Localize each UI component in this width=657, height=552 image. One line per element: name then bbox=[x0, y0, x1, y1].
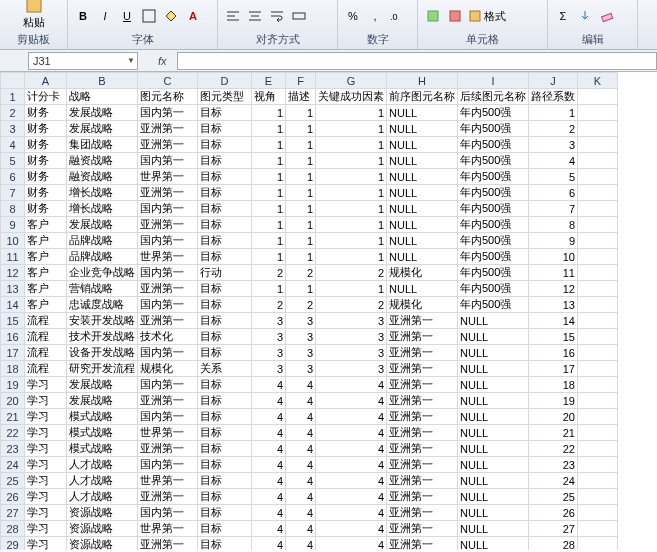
cell[interactable]: NULL bbox=[387, 185, 458, 201]
cell[interactable]: 财务 bbox=[25, 169, 67, 185]
cell[interactable] bbox=[578, 345, 618, 361]
cell[interactable]: 4 bbox=[252, 505, 286, 521]
cell[interactable]: 13 bbox=[529, 297, 578, 313]
cell[interactable]: 目标 bbox=[198, 537, 252, 551]
cell[interactable]: 亚洲第一 bbox=[387, 489, 458, 505]
cell[interactable]: 资源战略 bbox=[67, 537, 138, 551]
cell[interactable]: 国内第一 bbox=[138, 377, 198, 393]
clear-button[interactable] bbox=[598, 7, 616, 25]
cell[interactable]: 1 bbox=[252, 185, 286, 201]
cell[interactable]: 目标 bbox=[198, 137, 252, 153]
cell[interactable]: 学习 bbox=[25, 441, 67, 457]
cell[interactable]: 国内第一 bbox=[138, 265, 198, 281]
cell[interactable]: 学习 bbox=[25, 489, 67, 505]
cell[interactable]: 人才战略 bbox=[67, 489, 138, 505]
cell[interactable]: NULL bbox=[458, 393, 529, 409]
cell[interactable]: 4 bbox=[286, 409, 316, 425]
cell[interactable]: 规模化 bbox=[387, 265, 458, 281]
cell[interactable]: 前序图元名称 bbox=[387, 89, 458, 105]
merge-button[interactable] bbox=[290, 7, 308, 25]
cell[interactable]: 目标 bbox=[198, 377, 252, 393]
cell[interactable] bbox=[578, 441, 618, 457]
cell[interactable]: 国内第一 bbox=[138, 505, 198, 521]
cell[interactable]: 年内500强 bbox=[458, 233, 529, 249]
column-header[interactable]: A bbox=[25, 73, 67, 89]
row-header[interactable]: 7 bbox=[1, 185, 25, 201]
fx-label[interactable]: fx bbox=[158, 55, 167, 67]
cell[interactable]: 4 bbox=[316, 409, 387, 425]
cell[interactable]: 1 bbox=[286, 217, 316, 233]
row-header[interactable]: 20 bbox=[1, 393, 25, 409]
cell[interactable]: 16 bbox=[529, 345, 578, 361]
row-header[interactable]: 8 bbox=[1, 201, 25, 217]
cell[interactable]: 亚洲第一 bbox=[387, 537, 458, 551]
cell[interactable]: 亚洲第一 bbox=[387, 457, 458, 473]
cell[interactable]: 3 bbox=[316, 329, 387, 345]
cell[interactable]: 亚洲第一 bbox=[387, 345, 458, 361]
cell[interactable] bbox=[578, 281, 618, 297]
cell[interactable]: 年内500强 bbox=[458, 249, 529, 265]
cell[interactable]: 学习 bbox=[25, 393, 67, 409]
cell[interactable]: NULL bbox=[458, 521, 529, 537]
cell[interactable]: 1 bbox=[252, 121, 286, 137]
cell[interactable]: 亚洲第一 bbox=[387, 409, 458, 425]
cell[interactable]: 1 bbox=[252, 201, 286, 217]
paste-button[interactable]: 粘贴 bbox=[6, 0, 61, 30]
cell[interactable]: 学习 bbox=[25, 473, 67, 489]
fill-button[interactable] bbox=[576, 7, 594, 25]
cell[interactable]: 客户 bbox=[25, 217, 67, 233]
cell[interactable]: 4 bbox=[252, 457, 286, 473]
cell[interactable]: 品牌战略 bbox=[67, 249, 138, 265]
cell[interactable]: 世界第一 bbox=[138, 169, 198, 185]
cell[interactable]: 4 bbox=[286, 377, 316, 393]
cell[interactable]: NULL bbox=[387, 201, 458, 217]
row-header[interactable]: 2 bbox=[1, 105, 25, 121]
cell[interactable]: 17 bbox=[529, 361, 578, 377]
cell[interactable]: 4 bbox=[316, 537, 387, 551]
cell[interactable]: 目标 bbox=[198, 121, 252, 137]
italic-button[interactable]: I bbox=[96, 7, 114, 25]
cell[interactable]: 3 bbox=[252, 345, 286, 361]
cell[interactable]: 模式战略 bbox=[67, 409, 138, 425]
cell[interactable]: 3 bbox=[286, 345, 316, 361]
cell[interactable]: NULL bbox=[458, 329, 529, 345]
cell[interactable]: 10 bbox=[529, 249, 578, 265]
cell[interactable]: 客户 bbox=[25, 265, 67, 281]
cell[interactable]: 年内500强 bbox=[458, 201, 529, 217]
cell[interactable] bbox=[578, 153, 618, 169]
row-header[interactable]: 4 bbox=[1, 137, 25, 153]
cell[interactable]: 2 bbox=[316, 265, 387, 281]
column-header[interactable]: H bbox=[387, 73, 458, 89]
cell[interactable]: 6 bbox=[529, 185, 578, 201]
cell[interactable] bbox=[578, 217, 618, 233]
spreadsheet-grid[interactable]: ABCDEFGHIJK1计分卡战略图元名称图元类型视角描述关键成功因素前序图元名… bbox=[0, 72, 657, 550]
cell[interactable]: 4 bbox=[286, 457, 316, 473]
cell[interactable]: 4 bbox=[286, 425, 316, 441]
cell[interactable]: 学习 bbox=[25, 521, 67, 537]
decrease-decimal-button[interactable]: .0 bbox=[388, 7, 406, 25]
cell[interactable]: 亚洲第一 bbox=[138, 185, 198, 201]
cell[interactable]: 4 bbox=[316, 457, 387, 473]
cell[interactable]: 1 bbox=[252, 281, 286, 297]
cell[interactable]: 亚洲第一 bbox=[138, 281, 198, 297]
row-header[interactable]: 10 bbox=[1, 233, 25, 249]
row-header[interactable]: 17 bbox=[1, 345, 25, 361]
cell[interactable]: 7 bbox=[529, 201, 578, 217]
row-header[interactable]: 18 bbox=[1, 361, 25, 377]
cell[interactable]: 25 bbox=[529, 489, 578, 505]
cell[interactable]: 4 bbox=[252, 521, 286, 537]
cell[interactable] bbox=[578, 361, 618, 377]
cell[interactable]: 8 bbox=[529, 217, 578, 233]
row-header[interactable]: 19 bbox=[1, 377, 25, 393]
cell[interactable]: 发展战略 bbox=[67, 121, 138, 137]
cell[interactable]: 1 bbox=[286, 281, 316, 297]
cell[interactable] bbox=[578, 377, 618, 393]
cell[interactable]: 2 bbox=[252, 265, 286, 281]
cell[interactable]: 集团战略 bbox=[67, 137, 138, 153]
cell[interactable]: 14 bbox=[529, 313, 578, 329]
cell[interactable]: 客户 bbox=[25, 297, 67, 313]
cell[interactable]: 26 bbox=[529, 505, 578, 521]
cell[interactable]: 1 bbox=[286, 153, 316, 169]
cell[interactable]: 流程 bbox=[25, 345, 67, 361]
font-color-button[interactable]: A bbox=[184, 7, 202, 25]
